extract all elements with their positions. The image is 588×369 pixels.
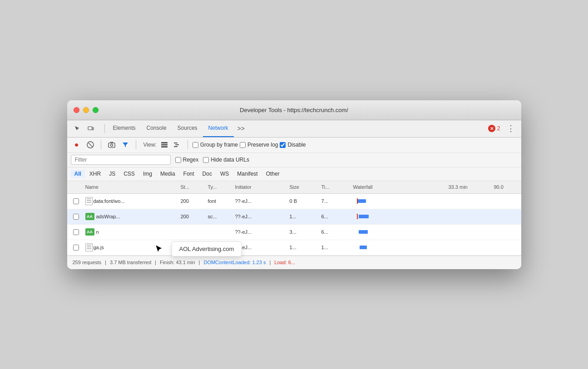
col-pct: 90.0 bbox=[492, 184, 519, 190]
network-toolbar: ● View: bbox=[67, 138, 521, 153]
col-status[interactable]: St... bbox=[179, 184, 206, 190]
type-filter-bar: All XHR JS CSS Img Media Font Doc WS Man… bbox=[67, 167, 521, 181]
row-2-checkbox[interactable] bbox=[69, 214, 84, 220]
error-badge: ✕ 2 bbox=[488, 125, 500, 132]
filter-other[interactable]: Other bbox=[262, 170, 283, 178]
svg-rect-4 bbox=[109, 143, 115, 148]
tab-sources[interactable]: Sources bbox=[172, 120, 203, 137]
svg-rect-8 bbox=[161, 144, 168, 146]
row-4-waterfall bbox=[351, 245, 447, 250]
status-dom-content: DOMContentLoaded: 1.23 s bbox=[203, 260, 266, 265]
filter-js[interactable]: JS bbox=[105, 170, 119, 178]
row-3-waterfall bbox=[351, 229, 447, 235]
row-1-size: 0 B bbox=[288, 198, 320, 204]
table-row[interactable]: ga.js 200 sc... ??-eJ... 1... 1... bbox=[67, 240, 521, 256]
hide-data-urls-toggle[interactable]: Hide data URLs bbox=[203, 157, 249, 163]
svg-rect-11 bbox=[175, 144, 179, 145]
row-2-initiator: ??-eJ... bbox=[233, 214, 288, 219]
row-1-time: 7... bbox=[320, 198, 351, 204]
table-row[interactable]: AA adsWrap... 200 sc... ??-eJ... 1... 6.… bbox=[67, 209, 521, 225]
row-4-time: 1... bbox=[320, 245, 351, 250]
tooltip: AOL Advertising.com bbox=[172, 241, 242, 256]
filter-font[interactable]: Font bbox=[180, 170, 198, 178]
title-bar: Developer Tools - https://techcrunch.com… bbox=[67, 100, 521, 120]
close-button[interactable] bbox=[74, 107, 79, 113]
filter-all[interactable]: All bbox=[71, 170, 85, 178]
filter-xhr[interactable]: XHR bbox=[86, 170, 104, 178]
aa-badge: AA bbox=[85, 228, 94, 236]
inspect-element-button[interactable] bbox=[71, 122, 84, 135]
devtools-tabs: Elements Console Sources Network >> ✕ 2 … bbox=[67, 120, 521, 138]
error-count: 2 bbox=[497, 125, 500, 132]
filter-img[interactable]: Img bbox=[139, 170, 156, 178]
view-waterfall-button[interactable] bbox=[171, 139, 183, 151]
clear-button[interactable] bbox=[84, 139, 96, 151]
tab-more-button[interactable]: >> bbox=[234, 123, 248, 134]
filter-input[interactable] bbox=[71, 155, 171, 165]
svg-rect-0 bbox=[88, 127, 92, 130]
status-finish: Finish: 43.1 min bbox=[160, 260, 195, 265]
filter-manifest[interactable]: Manifest bbox=[233, 170, 261, 178]
minimize-button[interactable] bbox=[83, 107, 89, 113]
tab-divider bbox=[104, 124, 105, 133]
col-time[interactable]: Ti... bbox=[320, 184, 351, 190]
filter-css[interactable]: CSS bbox=[120, 170, 138, 178]
status-bar: 259 requests | 3.7 MB transferred | Fini… bbox=[67, 256, 521, 269]
row-1-type: font bbox=[206, 198, 233, 204]
row-1-initiator: ??-eJ... bbox=[233, 198, 288, 204]
toolbar-divider-1 bbox=[101, 140, 101, 149]
row-2-size: 1... bbox=[288, 214, 320, 219]
tooltip-text: AOL Advertising.com bbox=[179, 246, 234, 252]
row-2-time: 6... bbox=[320, 214, 351, 219]
group-by-frame-toggle[interactable]: Group by frame bbox=[193, 142, 238, 148]
aa-badge: AA bbox=[85, 213, 94, 220]
status-load: Load: 6... bbox=[274, 260, 295, 265]
row-4-name: ga.js bbox=[84, 243, 179, 251]
row-1-checkbox[interactable] bbox=[69, 198, 84, 204]
col-type[interactable]: Ty... bbox=[206, 184, 233, 190]
device-toggle-button[interactable] bbox=[84, 122, 97, 135]
filter-button[interactable] bbox=[119, 139, 131, 151]
tab-network[interactable]: Network bbox=[203, 120, 234, 137]
col-name[interactable]: Name bbox=[84, 184, 179, 190]
more-options-button[interactable]: ⋮ bbox=[504, 123, 518, 134]
table-row[interactable]: AA n ??-eJ... 3... 6... bbox=[67, 225, 521, 240]
maximize-button[interactable] bbox=[93, 107, 99, 113]
filter-doc[interactable]: Doc bbox=[199, 170, 216, 178]
tab-console[interactable]: Console bbox=[141, 120, 172, 137]
row-4-checkbox[interactable] bbox=[69, 245, 84, 251]
tab-icons bbox=[71, 122, 97, 135]
regex-toggle[interactable]: Regex bbox=[175, 157, 199, 163]
row-3-initiator: ??-eJ... bbox=[233, 229, 288, 235]
row-1-waterfall bbox=[351, 198, 447, 204]
row-3-name: AA n bbox=[84, 228, 179, 236]
svg-rect-12 bbox=[174, 146, 178, 147]
disable-cache-toggle[interactable]: Disable bbox=[280, 142, 306, 148]
record-button[interactable]: ● bbox=[71, 139, 83, 151]
traffic-lights bbox=[74, 107, 99, 113]
tab-right-area: ✕ 2 ⋮ bbox=[488, 123, 518, 134]
row-4-size: 1... bbox=[288, 245, 320, 250]
col-waterfall[interactable]: Waterfall bbox=[351, 184, 447, 190]
filter-ws[interactable]: WS bbox=[217, 170, 232, 178]
error-icon: ✕ bbox=[488, 125, 495, 132]
table-row[interactable]: data:font/wo... 200 font ??-eJ... 0 B 7.… bbox=[67, 194, 521, 209]
col-initiator[interactable]: Initiator bbox=[233, 184, 288, 190]
row-3-checkbox[interactable] bbox=[69, 229, 84, 235]
status-transferred: 3.7 MB transferred bbox=[110, 260, 151, 265]
svg-rect-9 bbox=[161, 146, 168, 148]
view-list-button[interactable] bbox=[158, 139, 170, 151]
view-icons bbox=[158, 139, 183, 151]
svg-rect-7 bbox=[161, 142, 168, 143]
filter-media[interactable]: Media bbox=[157, 170, 179, 178]
row-1-status: 200 bbox=[179, 198, 206, 204]
screenshot-button[interactable] bbox=[106, 139, 118, 151]
col-time2: 33.3 min bbox=[447, 184, 492, 190]
preserve-log-toggle[interactable]: Preserve log bbox=[240, 142, 278, 148]
col-size[interactable]: Size bbox=[288, 184, 320, 190]
tab-elements[interactable]: Elements bbox=[108, 120, 141, 137]
row-3-size: 3... bbox=[288, 229, 320, 235]
table-body: data:font/wo... 200 font ??-eJ... 0 B 7.… bbox=[67, 194, 521, 256]
devtools-window: Developer Tools - https://techcrunch.com… bbox=[67, 100, 521, 269]
row-2-type: sc... bbox=[206, 214, 233, 219]
